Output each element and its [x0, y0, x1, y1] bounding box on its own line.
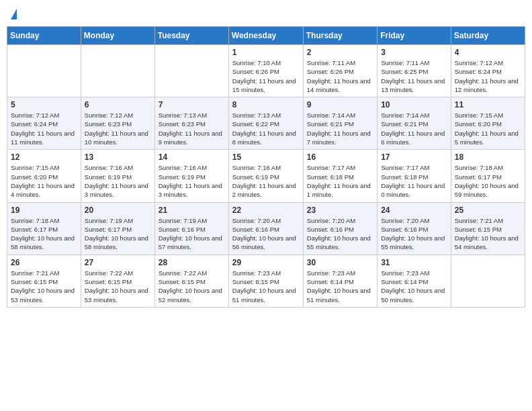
day-number: 9 — [307, 100, 373, 109]
day-number: 26 — [11, 258, 77, 267]
day-info: Sunrise: 7:14 AM Sunset: 6:21 PM Dayligh… — [381, 111, 447, 146]
logo-triangle-icon — [11, 9, 17, 19]
calendar-day-cell: 23Sunrise: 7:20 AM Sunset: 6:16 PM Dayli… — [303, 202, 377, 255]
column-header-wednesday: Wednesday — [228, 27, 303, 45]
day-info: Sunrise: 7:17 AM Sunset: 6:18 PM Dayligh… — [381, 163, 447, 199]
day-number: 12 — [11, 152, 77, 162]
day-info: Sunrise: 7:21 AM Sunset: 6:15 PM Dayligh… — [11, 269, 77, 304]
day-number: 17 — [381, 152, 447, 162]
calendar-day-cell: 28Sunrise: 7:22 AM Sunset: 6:15 PM Dayli… — [154, 255, 228, 307]
calendar-day-cell — [7, 45, 81, 97]
calendar-day-cell: 5Sunrise: 7:12 AM Sunset: 6:24 PM Daylig… — [7, 97, 81, 150]
day-number: 4 — [455, 48, 521, 57]
calendar-table: SundayMondayTuesdayWednesdayThursdayFrid… — [7, 26, 525, 308]
day-number: 3 — [381, 48, 447, 57]
day-number: 25 — [455, 205, 521, 215]
calendar-day-cell: 22Sunrise: 7:20 AM Sunset: 6:16 PM Dayli… — [228, 202, 303, 255]
calendar-day-cell: 12Sunrise: 7:15 AM Sunset: 6:20 PM Dayli… — [7, 150, 81, 202]
day-info: Sunrise: 7:12 AM Sunset: 6:24 PM Dayligh… — [11, 111, 77, 146]
calendar-day-cell: 18Sunrise: 7:18 AM Sunset: 6:17 PM Dayli… — [451, 150, 525, 202]
calendar-day-cell: 9Sunrise: 7:14 AM Sunset: 6:21 PM Daylig… — [303, 97, 377, 150]
day-number: 29 — [232, 258, 300, 267]
day-info: Sunrise: 7:21 AM Sunset: 6:15 PM Dayligh… — [455, 216, 521, 252]
day-number: 31 — [381, 258, 447, 267]
column-header-saturday: Saturday — [451, 27, 525, 45]
calendar-week-row: 19Sunrise: 7:18 AM Sunset: 6:17 PM Dayli… — [7, 202, 525, 255]
calendar-day-cell: 30Sunrise: 7:23 AM Sunset: 6:14 PM Dayli… — [303, 255, 377, 307]
calendar-day-cell: 31Sunrise: 7:23 AM Sunset: 6:14 PM Dayli… — [378, 255, 451, 307]
day-number: 8 — [232, 100, 300, 109]
calendar-day-cell: 17Sunrise: 7:17 AM Sunset: 6:18 PM Dayli… — [378, 150, 451, 202]
calendar-day-cell: 14Sunrise: 7:16 AM Sunset: 6:19 PM Dayli… — [154, 150, 228, 202]
day-info: Sunrise: 7:12 AM Sunset: 6:24 PM Dayligh… — [455, 58, 521, 94]
calendar-day-cell: 27Sunrise: 7:22 AM Sunset: 6:15 PM Dayli… — [81, 255, 154, 307]
day-info: Sunrise: 7:16 AM Sunset: 6:19 PM Dayligh… — [159, 163, 225, 199]
day-info: Sunrise: 7:22 AM Sunset: 6:15 PM Dayligh… — [85, 269, 151, 304]
day-info: Sunrise: 7:23 AM Sunset: 6:15 PM Dayligh… — [232, 269, 300, 304]
day-number: 16 — [307, 152, 373, 162]
calendar-week-row: 5Sunrise: 7:12 AM Sunset: 6:24 PM Daylig… — [7, 97, 525, 150]
day-number: 15 — [232, 152, 300, 162]
calendar-day-cell: 13Sunrise: 7:16 AM Sunset: 6:19 PM Dayli… — [81, 150, 154, 202]
day-info: Sunrise: 7:14 AM Sunset: 6:21 PM Dayligh… — [307, 111, 373, 146]
day-number: 30 — [307, 258, 373, 267]
column-header-monday: Monday — [81, 27, 154, 45]
day-info: Sunrise: 7:20 AM Sunset: 6:16 PM Dayligh… — [307, 216, 373, 252]
day-number: 5 — [11, 100, 77, 109]
calendar-day-cell: 4Sunrise: 7:12 AM Sunset: 6:24 PM Daylig… — [451, 45, 525, 97]
calendar-day-cell: 10Sunrise: 7:14 AM Sunset: 6:21 PM Dayli… — [378, 97, 451, 150]
day-number: 28 — [159, 258, 225, 267]
column-header-tuesday: Tuesday — [154, 27, 228, 45]
day-info: Sunrise: 7:22 AM Sunset: 6:15 PM Dayligh… — [159, 269, 225, 304]
calendar-day-cell: 19Sunrise: 7:18 AM Sunset: 6:17 PM Dayli… — [7, 202, 81, 255]
calendar-day-cell: 6Sunrise: 7:12 AM Sunset: 6:23 PM Daylig… — [81, 97, 154, 150]
column-header-friday: Friday — [378, 27, 451, 45]
day-info: Sunrise: 7:13 AM Sunset: 6:23 PM Dayligh… — [159, 111, 225, 146]
calendar-day-cell: 11Sunrise: 7:15 AM Sunset: 6:20 PM Dayli… — [451, 97, 525, 150]
day-info: Sunrise: 7:12 AM Sunset: 6:23 PM Dayligh… — [85, 111, 151, 146]
day-info: Sunrise: 7:19 AM Sunset: 6:16 PM Dayligh… — [159, 216, 225, 252]
day-info: Sunrise: 7:23 AM Sunset: 6:14 PM Dayligh… — [381, 269, 447, 304]
day-info: Sunrise: 7:15 AM Sunset: 6:20 PM Dayligh… — [455, 111, 521, 146]
calendar-day-cell: 16Sunrise: 7:17 AM Sunset: 6:18 PM Dayli… — [303, 150, 377, 202]
calendar-day-cell: 21Sunrise: 7:19 AM Sunset: 6:16 PM Dayli… — [154, 202, 228, 255]
day-number: 1 — [232, 48, 300, 57]
calendar-day-cell: 20Sunrise: 7:19 AM Sunset: 6:17 PM Dayli… — [81, 202, 154, 255]
day-info: Sunrise: 7:13 AM Sunset: 6:22 PM Dayligh… — [232, 111, 300, 146]
day-number: 2 — [307, 48, 373, 57]
column-header-thursday: Thursday — [303, 27, 377, 45]
day-number: 22 — [232, 205, 300, 215]
day-number: 23 — [307, 205, 373, 215]
calendar-day-cell: 26Sunrise: 7:21 AM Sunset: 6:15 PM Dayli… — [7, 255, 81, 307]
day-number: 6 — [85, 100, 151, 109]
calendar-week-row: 26Sunrise: 7:21 AM Sunset: 6:15 PM Dayli… — [7, 255, 525, 307]
logo — [10, 10, 17, 21]
column-header-sunday: Sunday — [7, 27, 81, 45]
day-number: 10 — [381, 100, 447, 109]
day-info: Sunrise: 7:10 AM Sunset: 6:26 PM Dayligh… — [232, 58, 300, 94]
calendar-week-row: 12Sunrise: 7:15 AM Sunset: 6:20 PM Dayli… — [7, 150, 525, 202]
calendar-day-cell: 2Sunrise: 7:11 AM Sunset: 6:26 PM Daylig… — [303, 45, 377, 97]
day-number: 27 — [85, 258, 151, 267]
day-info: Sunrise: 7:20 AM Sunset: 6:16 PM Dayligh… — [381, 216, 447, 252]
calendar-week-row: 1Sunrise: 7:10 AM Sunset: 6:26 PM Daylig… — [7, 45, 525, 97]
day-info: Sunrise: 7:11 AM Sunset: 6:25 PM Dayligh… — [381, 58, 447, 94]
day-info: Sunrise: 7:17 AM Sunset: 6:18 PM Dayligh… — [307, 163, 373, 199]
day-info: Sunrise: 7:16 AM Sunset: 6:19 PM Dayligh… — [232, 163, 300, 199]
calendar-day-cell — [81, 45, 154, 97]
day-number: 11 — [455, 100, 521, 109]
calendar-day-cell: 24Sunrise: 7:20 AM Sunset: 6:16 PM Dayli… — [378, 202, 451, 255]
calendar-day-cell — [154, 45, 228, 97]
day-info: Sunrise: 7:18 AM Sunset: 6:17 PM Dayligh… — [11, 216, 77, 252]
calendar-day-cell: 8Sunrise: 7:13 AM Sunset: 6:22 PM Daylig… — [228, 97, 303, 150]
day-number: 19 — [11, 205, 77, 215]
page-header — [7, 7, 525, 21]
day-info: Sunrise: 7:23 AM Sunset: 6:14 PM Dayligh… — [307, 269, 373, 304]
day-number: 20 — [85, 205, 151, 215]
day-number: 14 — [159, 152, 225, 162]
day-number: 24 — [381, 205, 447, 215]
calendar-header-row: SundayMondayTuesdayWednesdayThursdayFrid… — [7, 27, 525, 45]
calendar-day-cell: 1Sunrise: 7:10 AM Sunset: 6:26 PM Daylig… — [228, 45, 303, 97]
day-info: Sunrise: 7:19 AM Sunset: 6:17 PM Dayligh… — [85, 216, 151, 252]
day-info: Sunrise: 7:11 AM Sunset: 6:26 PM Dayligh… — [307, 58, 373, 94]
